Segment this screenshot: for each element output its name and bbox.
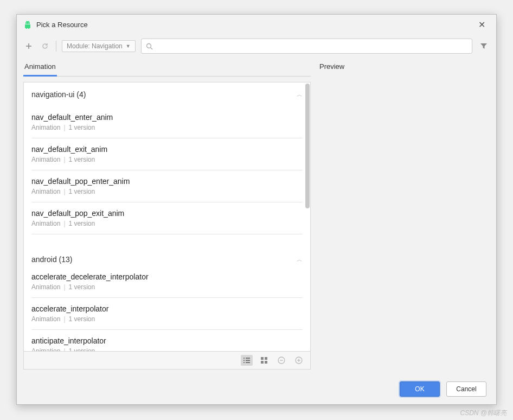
titlebar: Pick a Resource ✕ — [17, 15, 496, 34]
group-header[interactable]: android (13)︿ — [24, 247, 310, 266]
item-meta: Animation|1 version — [31, 124, 303, 131]
toolbar-divider — [56, 41, 56, 52]
tab-animation[interactable]: Animation — [23, 58, 57, 77]
zoom-in-button[interactable] — [293, 355, 305, 366]
scrollbar-thumb[interactable] — [305, 84, 310, 208]
add-button[interactable] — [23, 41, 34, 52]
grid-view-button[interactable] — [258, 355, 270, 366]
svg-rect-6 — [261, 361, 264, 364]
refresh-button[interactable] — [40, 41, 50, 52]
android-icon — [23, 20, 32, 29]
resource-list[interactable]: navigation-ui (4)︿nav_default_enter_anim… — [23, 82, 311, 352]
list-view-button[interactable] — [241, 355, 253, 366]
watermark: CSDN @韩曙亮 — [460, 409, 506, 418]
preview-pane: Preview — [319, 58, 490, 370]
svg-rect-7 — [265, 361, 267, 364]
module-label: Module: Navigation — [67, 42, 123, 50]
chevron-down-icon: ▼ — [126, 43, 131, 49]
resource-item[interactable]: nav_default_enter_animAnimation|1 versio… — [31, 106, 303, 138]
item-meta: Animation|1 version — [31, 347, 303, 352]
item-name: nav_default_pop_enter_anim — [31, 177, 303, 186]
filter-button[interactable] — [478, 40, 490, 52]
item-name: accelerate_interpolator — [31, 304, 303, 313]
dialog-footer: OK Cancel — [17, 374, 496, 404]
svg-point-0 — [26, 22, 27, 23]
list-footer — [23, 352, 311, 370]
chevron-up-icon: ︿ — [297, 91, 303, 99]
resource-item[interactable]: nav_default_pop_enter_animAnimation|1 ve… — [31, 170, 303, 202]
zoom-out-button[interactable] — [275, 355, 287, 366]
item-name: nav_default_exit_anim — [31, 145, 303, 154]
group-items: nav_default_enter_animAnimation|1 versio… — [24, 106, 310, 234]
resource-item[interactable]: nav_default_exit_animAnimation|1 version — [31, 138, 303, 170]
toolbar: Module: Navigation ▼ — [17, 34, 496, 58]
window-title: Pick a Resource — [36, 21, 474, 29]
svg-point-2 — [146, 43, 151, 48]
item-name: accelerate_decelerate_interpolator — [31, 272, 303, 281]
close-button[interactable]: ✕ — [474, 17, 490, 32]
preview-label: Preview — [319, 58, 490, 75]
item-name: nav_default_pop_exit_anim — [31, 209, 303, 218]
module-dropdown[interactable]: Module: Navigation ▼ — [62, 40, 136, 52]
search-icon — [146, 43, 153, 50]
group-header[interactable]: navigation-ui (4)︿ — [24, 82, 310, 101]
svg-rect-4 — [261, 357, 264, 360]
cancel-button[interactable]: Cancel — [446, 381, 486, 397]
resource-item[interactable]: accelerate_interpolatorAnimation|1 versi… — [31, 298, 303, 330]
search-field-wrap[interactable] — [141, 39, 472, 54]
item-meta: Animation|1 version — [31, 315, 303, 323]
chevron-up-icon: ︿ — [297, 256, 303, 264]
item-name: anticipate_interpolator — [31, 336, 303, 345]
resource-picker-dialog: Pick a Resource ✕ Module: Navigation ▼ A… — [16, 14, 497, 405]
resource-item[interactable]: accelerate_decelerate_interpolatorAnimat… — [31, 266, 303, 298]
svg-point-1 — [28, 22, 29, 23]
svg-line-3 — [150, 47, 152, 49]
svg-rect-5 — [265, 357, 267, 360]
item-meta: Animation|1 version — [31, 156, 303, 163]
item-meta: Animation|1 version — [31, 283, 303, 291]
left-pane: Animation navigation-ui (4)︿nav_default_… — [23, 58, 311, 370]
resource-tabs: Animation — [23, 58, 311, 77]
scrollbar[interactable] — [305, 82, 310, 351]
item-meta: Animation|1 version — [31, 220, 303, 227]
item-name: nav_default_enter_anim — [31, 113, 303, 122]
search-input[interactable] — [155, 40, 467, 52]
resource-item[interactable]: anticipate_interpolatorAnimation|1 versi… — [31, 330, 303, 352]
group-title: navigation-ui (4) — [31, 90, 86, 99]
item-meta: Animation|1 version — [31, 188, 303, 195]
resource-item[interactable]: nav_default_pop_exit_animAnimation|1 ver… — [31, 202, 303, 234]
ok-button[interactable]: OK — [400, 381, 440, 397]
group-items: accelerate_decelerate_interpolatorAnimat… — [24, 266, 310, 352]
group-title: android (13) — [31, 255, 73, 264]
content-area: Animation navigation-ui (4)︿nav_default_… — [17, 58, 496, 374]
